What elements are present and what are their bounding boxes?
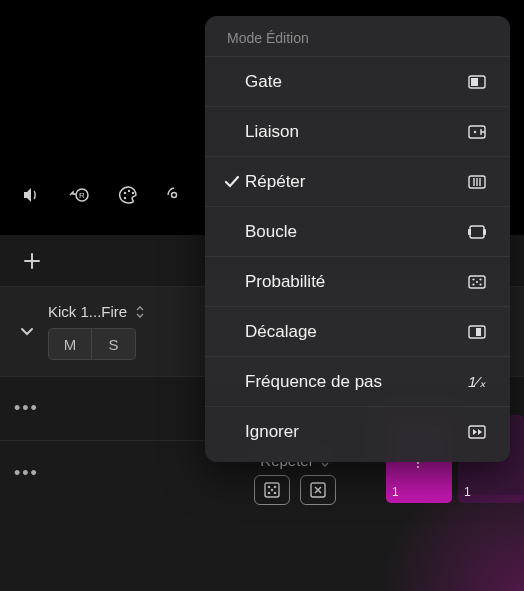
loop-icon [464,224,490,240]
step-value: 1 [392,485,399,499]
randomize-button[interactable] [254,475,290,505]
check-icon [219,175,245,189]
svg-point-6 [172,193,177,198]
svg-rect-23 [468,229,471,235]
row-options-button[interactable]: ••• [14,463,39,484]
palette-icon[interactable] [118,185,140,205]
menu-item-repeter[interactable]: Répéter [205,156,510,206]
routing-icon[interactable]: R [68,186,92,204]
menu-item-decalage[interactable]: Décalage [205,306,510,356]
repeat-icon [464,174,490,190]
menu-item-label: Liaison [245,122,464,142]
svg-point-17 [474,130,476,132]
clear-button[interactable] [300,475,336,505]
rate-icon: 1⁄ₓ [464,373,490,391]
edit-mode-menu: Mode Édition Gate Liaison Répéter Boucle [205,16,510,462]
track-expander[interactable] [12,327,42,337]
svg-point-5 [124,197,126,199]
probability-icon [464,274,490,290]
svg-point-29 [472,283,474,285]
svg-text:R: R [79,191,85,200]
track-name[interactable]: Kick 1...Fire [48,303,127,320]
svg-point-27 [479,278,481,280]
menu-item-frequence[interactable]: Fréquence de pas 1⁄ₓ [205,356,510,406]
svg-rect-15 [471,78,478,86]
mute-button[interactable]: M [48,328,92,360]
menu-item-label: Fréquence de pas [245,372,464,392]
svg-point-8 [268,486,271,489]
svg-point-12 [274,492,277,495]
menu-item-label: Ignorer [245,422,464,442]
svg-rect-32 [476,328,481,336]
menu-header: Mode Édition [205,22,510,56]
svg-point-2 [124,192,126,194]
svg-point-28 [476,280,478,282]
svg-point-4 [132,192,134,194]
settings-partial-icon[interactable] [166,185,182,205]
menu-item-probabilite[interactable]: Probabilité [205,256,510,306]
add-track-button[interactable] [22,251,42,271]
svg-point-11 [268,492,271,495]
svg-point-26 [472,278,474,280]
menu-item-label: Boucle [245,222,464,242]
svg-point-10 [271,489,274,492]
solo-button[interactable]: S [92,328,136,360]
menu-item-liaison[interactable]: Liaison [205,106,510,156]
gate-icon [464,74,490,90]
skip-icon [464,424,490,440]
svg-rect-22 [470,226,484,238]
menu-item-label: Répéter [245,172,464,192]
svg-rect-24 [483,229,486,235]
menu-item-label: Décalage [245,322,464,342]
svg-point-3 [128,190,130,192]
offset-icon [464,324,490,340]
track-name-updown-icon[interactable] [135,305,145,319]
menu-item-gate[interactable]: Gate [205,56,510,106]
step-value: 1 [464,485,471,499]
row-options-button[interactable]: ••• [14,398,39,419]
tie-icon [464,124,490,140]
menu-item-ignorer[interactable]: Ignorer [205,406,510,456]
svg-point-30 [479,283,481,285]
svg-point-9 [274,486,277,489]
menu-item-label: Probabilité [245,272,464,292]
menu-item-boucle[interactable]: Boucle [205,206,510,256]
menu-item-label: Gate [245,72,464,92]
volume-icon[interactable] [22,186,42,204]
